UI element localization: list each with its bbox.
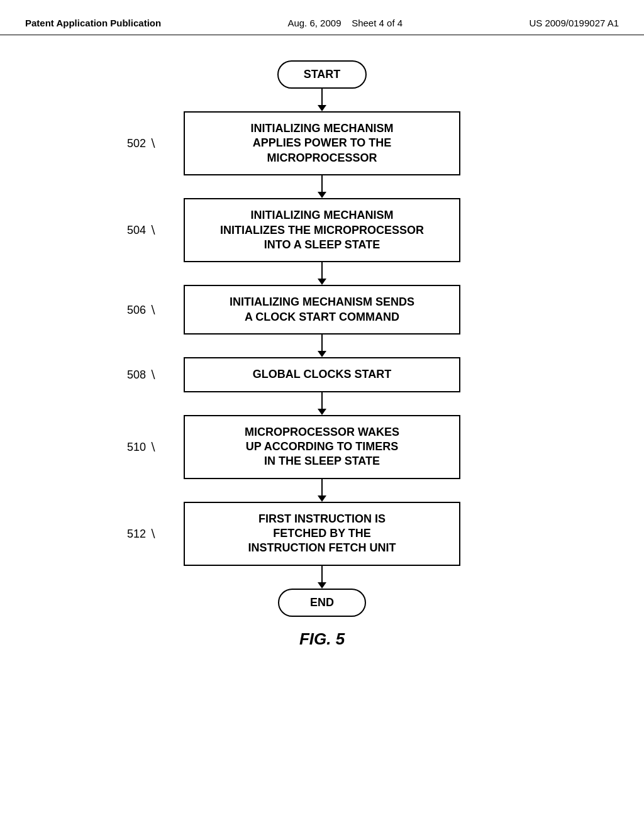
arrow-head [318, 409, 326, 415]
arrow-line [321, 262, 323, 279]
arrow-line [321, 566, 323, 582]
arrow-3 [318, 335, 326, 357]
arrow-head [318, 351, 326, 357]
arrow-head [318, 582, 326, 589]
step-box-512: FIRST INSTRUCTION ISFETCHED BY THEINSTRU… [184, 502, 460, 566]
start-terminal: START [277, 60, 367, 89]
step-box-504: INITIALIZING MECHANISMINITIALIZES THE MI… [184, 198, 460, 262]
date-sheet: Aug. 6, 2009 Sheet 4 of 4 [287, 18, 402, 28]
arrow-0 [318, 89, 326, 111]
step-row-510: 510 ∖ MICROPROCESSOR WAKESUP ACCORDING T… [184, 415, 460, 479]
arrow-head [318, 192, 326, 198]
date: Aug. 6, 2009 [287, 18, 341, 28]
arrow-head [318, 279, 326, 285]
step-box-502: INITIALIZING MECHANISMAPPLIES POWER TO T… [184, 111, 460, 175]
step-label-506: 506 ∖ [127, 303, 156, 317]
arrow-line [321, 392, 323, 409]
arrow-head [318, 105, 326, 111]
arrow-6 [318, 566, 326, 589]
arrow-2 [318, 262, 326, 285]
step-box-508: GLOBAL CLOCKS START [184, 357, 460, 392]
step-row-504: 504 ∖ INITIALIZING MECHANISMINITIALIZES … [184, 198, 460, 262]
flowchart: START 502 ∖ INITIALIZING MECHANISMAPPLIE… [0, 35, 644, 649]
arrow-1 [318, 175, 326, 198]
step-label-504: 504 ∖ [127, 223, 156, 237]
arrow-line [321, 479, 323, 495]
end-terminal: END [278, 589, 366, 617]
patent-number: US 2009/0199027 A1 [529, 18, 619, 28]
step-label-510: 510 ∖ [127, 440, 156, 454]
arrow-line [321, 335, 323, 351]
figure-caption: FIG. 5 [299, 629, 345, 649]
arrow-4 [318, 392, 326, 415]
arrow-line [321, 89, 323, 105]
step-label-502: 502 ∖ [127, 136, 156, 150]
arrow-5 [318, 479, 326, 502]
sheet: Sheet 4 of 4 [352, 18, 402, 28]
step-row-512: 512 ∖ FIRST INSTRUCTION ISFETCHED BY THE… [184, 502, 460, 566]
step-row-502: 502 ∖ INITIALIZING MECHANISMAPPLIES POWE… [184, 111, 460, 175]
step-row-508: 508 ∖ GLOBAL CLOCKS START [184, 357, 460, 392]
arrow-line [321, 175, 323, 192]
step-label-512: 512 ∖ [127, 527, 156, 541]
arrow-head [318, 495, 326, 502]
step-box-506: INITIALIZING MECHANISM SENDSA CLOCK STAR… [184, 285, 460, 335]
step-row-506: 506 ∖ INITIALIZING MECHANISM SENDSA CLOC… [184, 285, 460, 335]
page-header: Patent Application Publication Aug. 6, 2… [0, 0, 644, 35]
step-box-510: MICROPROCESSOR WAKESUP ACCORDING TO TIME… [184, 415, 460, 479]
step-label-508: 508 ∖ [127, 368, 156, 382]
publication-label: Patent Application Publication [25, 18, 161, 28]
